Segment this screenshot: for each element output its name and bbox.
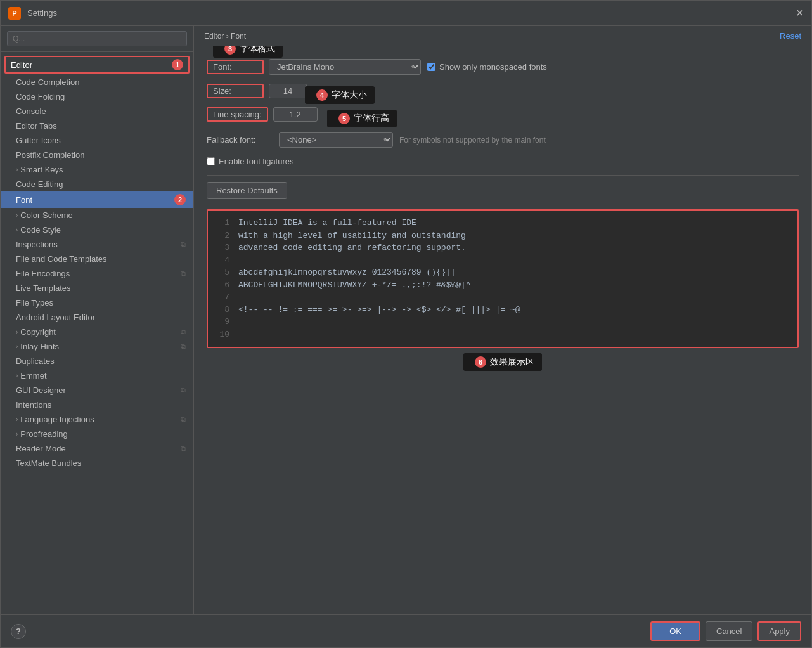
preview-line: 9 xyxy=(217,316,789,328)
sidebar-item-code-editing[interactable]: Code Editing xyxy=(1,177,193,191)
sidebar-item-inspections[interactable]: Inspections ⧉ xyxy=(1,237,193,252)
sidebar-item-editor[interactable]: Editor 1 xyxy=(4,56,190,74)
ligatures-checkbox[interactable] xyxy=(207,157,215,165)
preview-line: 5 abcdefghijklmnopqrstuvwxyz 0123456789 … xyxy=(217,266,789,279)
preview-text: advanced code editing and refactoring su… xyxy=(238,242,466,254)
apply-button[interactable]: Apply xyxy=(757,621,801,641)
sidebar-item-intentions[interactable]: Intentions xyxy=(1,398,193,412)
sidebar-item-console[interactable]: Console xyxy=(1,104,193,119)
ligatures-row: Enable font ligatures xyxy=(207,157,799,166)
line-number: 2 xyxy=(217,230,229,242)
sidebar-item-file-and-code-templates[interactable]: File and Code Templates xyxy=(1,252,193,266)
preview-line: 4 xyxy=(217,254,789,267)
sidebar-item-inlay-hints[interactable]: › Inlay Hints ⧉ xyxy=(1,339,193,354)
sidebar-item-label: Code Completion xyxy=(16,77,186,87)
line-spacing-input[interactable] xyxy=(273,107,318,122)
line-number: 4 xyxy=(217,254,229,267)
annotation-badge5: 5 字体行高 xyxy=(327,110,397,127)
monospaced-checkbox[interactable] xyxy=(427,63,435,71)
sidebar-item-label: Duplicates xyxy=(16,356,186,366)
sidebar-item-label: GUI Designer xyxy=(16,386,181,395)
expand-arrow-icon: › xyxy=(16,416,18,423)
line-number: 1 xyxy=(217,217,229,230)
sidebar-item-language-injections[interactable]: › Language Injections ⧉ xyxy=(1,412,193,427)
line-spacing-row: Line spacing: 5 字体行高 xyxy=(207,107,799,122)
fallback-row: Fallback font: <None> For symbols not su… xyxy=(207,132,799,148)
sidebar-item-font[interactable]: Font 2 xyxy=(1,191,193,208)
annotation-badge3: 3 字体格式 xyxy=(213,46,283,58)
badge-4: 4 xyxy=(316,89,328,101)
fallback-note: For symbols not supported by the main fo… xyxy=(399,136,546,145)
sidebar-item-file-encodings[interactable]: File Encodings ⧉ xyxy=(1,266,193,281)
bottom-left: ? xyxy=(11,624,26,639)
font-dropdown-wrapper: JetBrains Mono xyxy=(269,59,421,75)
preview-line: 10 xyxy=(217,328,789,341)
preview-box: 1 IntelliJ IDEA is a full-featured IDE 2… xyxy=(207,209,799,348)
size-input[interactable]: 14 xyxy=(269,84,307,98)
annotation-label-3: 字体格式 xyxy=(240,46,275,55)
line-number: 9 xyxy=(217,316,229,328)
sidebar-item-live-templates[interactable]: Live Templates xyxy=(1,281,193,295)
line-number: 3 xyxy=(217,242,229,254)
sidebar-item-textmate-bundles[interactable]: TextMate Bundles xyxy=(1,456,193,470)
sidebar-item-label: Language Injections xyxy=(20,415,181,424)
badge-5: 5 xyxy=(338,113,350,124)
monospaced-label: Show only monospaced fonts xyxy=(439,62,547,72)
sidebar-item-copyright[interactable]: › Copyright ⧉ xyxy=(1,325,193,339)
annotation-label-6: 效果展示区 xyxy=(490,356,534,368)
close-button[interactable]: ✕ xyxy=(796,7,804,19)
reset-button[interactable]: Reset xyxy=(780,31,801,41)
sidebar-item-code-completion[interactable]: Code Completion xyxy=(1,75,193,89)
preview-text: IntelliJ IDEA is a full-featured IDE xyxy=(238,217,416,230)
preview-text: ABCDEFGHIJKLMNOPQRSTUVWXYZ +-*/= .,;:!? … xyxy=(238,279,471,292)
font-select[interactable]: JetBrains Mono xyxy=(269,59,421,75)
preview-line: 6 ABCDEFGHIJKLMNOPQRSTUVWXYZ +-*/= .,;:!… xyxy=(217,279,789,292)
copy-icon: ⧉ xyxy=(181,415,186,424)
help-button[interactable]: ? xyxy=(11,624,26,639)
sidebar-item-android-layout-editor[interactable]: Android Layout Editor xyxy=(1,310,193,325)
sidebar-item-duplicates[interactable]: Duplicates xyxy=(1,354,193,368)
sidebar-item-label: Code Folding xyxy=(16,92,186,101)
sidebar-item-gutter-icons[interactable]: Gutter Icons xyxy=(1,133,193,148)
badge-3: 3 xyxy=(224,46,236,55)
preview-line: 8 <!-- -- != := === >= >- >=> |--> -> <$… xyxy=(217,304,789,316)
annotation-badge4: 4 字体大小 xyxy=(305,86,375,104)
sidebar-item-label: Inlay Hints xyxy=(20,342,181,351)
breadcrumb-current: Font xyxy=(231,32,246,41)
copy-icon: ⧉ xyxy=(181,342,186,351)
expand-arrow-icon: › xyxy=(16,343,18,350)
ok-button[interactable]: OK xyxy=(650,621,700,641)
sidebar-item-gui-designer[interactable]: GUI Designer ⧉ xyxy=(1,383,193,398)
sidebar-item-color-scheme[interactable]: › Color Scheme xyxy=(1,208,193,223)
sidebar-item-smart-keys[interactable]: › Smart Keys xyxy=(1,162,193,177)
sidebar-item-label: Editor xyxy=(11,60,168,70)
sidebar-item-editor-tabs[interactable]: Editor Tabs xyxy=(1,119,193,133)
sidebar-item-reader-mode[interactable]: Reader Mode ⧉ xyxy=(1,441,193,456)
line-number: 7 xyxy=(217,291,229,304)
sidebar-item-postfix-completion[interactable]: Postfix Completion xyxy=(1,148,193,162)
preview-line: 7 xyxy=(217,291,789,304)
ligatures-text: Enable font ligatures xyxy=(219,157,294,166)
restore-defaults-button[interactable]: Restore Defaults xyxy=(207,182,287,199)
breadcrumb-sep: › xyxy=(226,32,231,41)
sidebar-item-label: Code Style xyxy=(20,225,186,235)
sidebar-item-code-folding[interactable]: Code Folding xyxy=(1,89,193,104)
sidebar-item-label: Console xyxy=(16,107,186,116)
size-row: Size: 14 4 字体大小 xyxy=(207,84,799,98)
annotation-badge6: 6 效果展示区 xyxy=(463,353,542,371)
ligatures-label[interactable]: Enable font ligatures xyxy=(207,157,799,166)
sidebar-item-proofreading[interactable]: › Proofreading xyxy=(1,427,193,441)
sidebar-item-label: TextMate Bundles xyxy=(16,458,186,468)
sidebar-item-file-types[interactable]: File Types xyxy=(1,295,193,310)
content-area: Editor 1 Code Completion Code Folding Co… xyxy=(1,26,811,614)
font-label: Font: xyxy=(207,60,264,74)
sidebar-item-code-style[interactable]: › Code Style xyxy=(1,223,193,237)
sidebar-item-emmet[interactable]: › Emmet xyxy=(1,368,193,383)
fallback-select[interactable]: <None> xyxy=(279,132,393,148)
search-input[interactable] xyxy=(7,31,187,46)
bottom-right: OK Cancel Apply xyxy=(650,621,801,641)
cancel-button[interactable]: Cancel xyxy=(706,621,752,641)
line-number: 8 xyxy=(217,304,229,316)
fallback-dropdown-wrapper: <None> xyxy=(279,132,393,148)
sidebar-tree: Editor 1 Code Completion Code Folding Co… xyxy=(1,52,193,614)
